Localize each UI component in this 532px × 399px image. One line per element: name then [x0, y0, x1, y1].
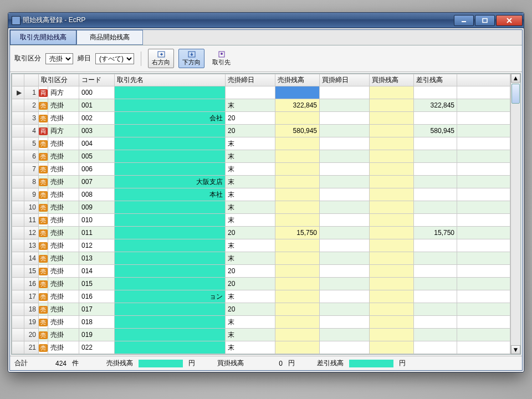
name-cell[interactable]: [115, 227, 226, 239]
col-code[interactable]: コード: [79, 74, 115, 86]
code-cell[interactable]: 003: [79, 125, 115, 137]
ur-due-cell[interactable]: 末: [226, 341, 275, 354]
ka-due-cell[interactable]: [320, 227, 370, 239]
row-selector[interactable]: [12, 316, 24, 329]
table-row[interactable]: 7売売掛006末: [12, 163, 510, 176]
row-selector[interactable]: [12, 214, 24, 227]
balance-grid[interactable]: 取引区分 コード 取引先名 売掛締日 売掛残高 買掛締日 買掛残高 差引残高 ▶…: [12, 74, 510, 354]
ur-bal-cell[interactable]: 580,945: [275, 125, 320, 137]
name-cell[interactable]: [115, 265, 226, 278]
name-cell[interactable]: [115, 137, 226, 150]
row-selector[interactable]: [12, 329, 24, 341]
name-cell[interactable]: [115, 252, 226, 265]
ka-due-cell[interactable]: [320, 125, 370, 137]
table-row[interactable]: 10売売掛009末: [12, 201, 510, 214]
ka-bal-cell[interactable]: [370, 278, 414, 290]
table-row[interactable]: 9売売掛008本社末: [12, 188, 510, 201]
row-selector[interactable]: [12, 303, 24, 316]
ka-due-cell[interactable]: [320, 239, 370, 252]
scroll-thumb[interactable]: [511, 84, 520, 104]
scroll-up-icon[interactable]: ▲: [511, 74, 520, 83]
ur-bal-cell[interactable]: [275, 112, 320, 125]
table-row[interactable]: 12売売掛0112015,75015,750: [12, 227, 510, 239]
table-row[interactable]: 8売売掛007大阪支店末: [12, 176, 510, 188]
ur-bal-cell[interactable]: [275, 303, 320, 316]
row-selector[interactable]: [12, 99, 24, 112]
name-cell[interactable]: 本社: [115, 188, 226, 201]
ka-due-cell[interactable]: [320, 316, 370, 329]
name-cell[interactable]: [115, 329, 226, 341]
ka-bal-cell[interactable]: [370, 201, 414, 214]
ur-bal-cell[interactable]: [275, 150, 320, 163]
ka-due-cell[interactable]: [320, 137, 370, 150]
row-selector[interactable]: [12, 252, 24, 265]
name-cell[interactable]: [115, 316, 226, 329]
col-ka-bal[interactable]: 買掛残高: [370, 74, 414, 86]
ka-bal-cell[interactable]: [370, 239, 414, 252]
row-selector[interactable]: [12, 265, 24, 278]
ka-bal-cell[interactable]: [370, 176, 414, 188]
ur-bal-cell[interactable]: [275, 239, 320, 252]
ka-bal-cell[interactable]: [370, 163, 414, 176]
code-cell[interactable]: 013: [79, 252, 115, 265]
table-row[interactable]: 20売売掛019末: [12, 329, 510, 341]
code-cell[interactable]: 001: [79, 99, 115, 112]
ur-bal-cell[interactable]: [275, 329, 320, 341]
col-ka-due[interactable]: 買掛締日: [320, 74, 370, 86]
ka-due-cell[interactable]: [320, 188, 370, 201]
code-cell[interactable]: 018: [79, 316, 115, 329]
col-name[interactable]: 取引先名: [115, 74, 226, 86]
ka-bal-cell[interactable]: [370, 150, 414, 163]
code-cell[interactable]: 000: [79, 86, 115, 99]
ur-bal-cell[interactable]: [275, 252, 320, 265]
titlebar[interactable]: 開始残高登録 - EcRP: [8, 13, 524, 28]
row-selector[interactable]: [12, 227, 24, 239]
minimize-button[interactable]: [454, 15, 474, 26]
ka-bal-cell[interactable]: [370, 227, 414, 239]
row-selector[interactable]: [12, 125, 24, 137]
col-diff[interactable]: 差引残高: [414, 74, 457, 86]
ka-bal-cell[interactable]: [370, 290, 414, 303]
scroll-down-icon[interactable]: ▼: [511, 345, 520, 354]
ka-bal-cell[interactable]: [370, 125, 414, 137]
maximize-button[interactable]: [475, 15, 495, 26]
ka-due-cell[interactable]: [320, 163, 370, 176]
ka-bal-cell[interactable]: [370, 86, 414, 99]
table-row[interactable]: 4両両方00320580,945580,945: [12, 125, 510, 137]
ka-due-cell[interactable]: [320, 214, 370, 227]
type-select[interactable]: 売掛: [45, 53, 73, 64]
code-cell[interactable]: 005: [79, 150, 115, 163]
ur-bal-cell[interactable]: [275, 290, 320, 303]
ka-bal-cell[interactable]: [370, 99, 414, 112]
partner-lookup-button[interactable]: 取引先: [209, 49, 234, 68]
ka-due-cell[interactable]: [320, 86, 370, 99]
close-button[interactable]: [496, 15, 523, 26]
ka-due-cell[interactable]: [320, 201, 370, 214]
ka-due-cell[interactable]: [320, 303, 370, 316]
table-row[interactable]: 11売売掛010末: [12, 214, 510, 227]
row-selector[interactable]: [12, 188, 24, 201]
ur-due-cell[interactable]: 末: [226, 201, 275, 214]
ka-bal-cell[interactable]: [370, 341, 414, 354]
name-cell[interactable]: 大阪支店: [115, 176, 226, 188]
row-selector[interactable]: [12, 150, 24, 163]
code-cell[interactable]: 016: [79, 290, 115, 303]
code-cell[interactable]: 006: [79, 163, 115, 176]
tab-product-balance[interactable]: 商品開始残高: [76, 30, 143, 45]
code-cell[interactable]: 022: [79, 341, 115, 354]
ka-due-cell[interactable]: [320, 252, 370, 265]
ka-due-cell[interactable]: [320, 341, 370, 354]
due-select[interactable]: (すべて): [95, 53, 134, 64]
table-row[interactable]: 21売売掛022末: [12, 341, 510, 354]
ur-bal-cell[interactable]: 322,845: [275, 99, 320, 112]
ur-due-cell[interactable]: 末: [226, 150, 275, 163]
code-cell[interactable]: 017: [79, 303, 115, 316]
name-cell[interactable]: [115, 125, 226, 137]
ur-due-cell[interactable]: 20: [226, 303, 275, 316]
name-cell[interactable]: ョン: [115, 290, 226, 303]
ur-due-cell[interactable]: 20: [226, 278, 275, 290]
name-cell[interactable]: [115, 86, 226, 99]
table-row[interactable]: 17売売掛016ョン末: [12, 290, 510, 303]
ka-bal-cell[interactable]: [370, 252, 414, 265]
ur-due-cell[interactable]: [226, 86, 275, 99]
